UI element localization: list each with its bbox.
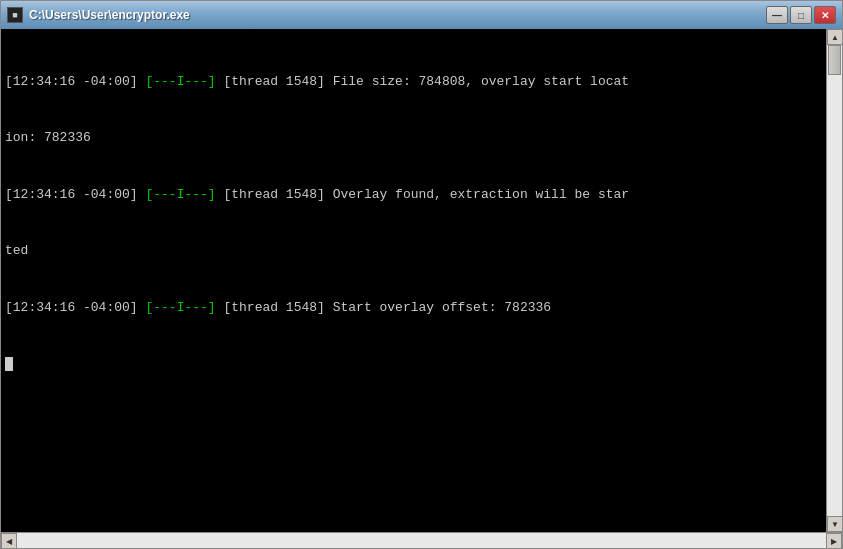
minimize-button[interactable]: — [766,6,788,24]
scroll-thumb[interactable] [828,45,841,75]
timestamp-3: [12:34:16 -04:00] [5,187,145,202]
console-output: [12:34:16 -04:00] [---I---] [thread 1548… [5,35,822,412]
horizontal-scrollbar[interactable]: ◀ ▶ [1,532,842,548]
title-bar: ■ C:\Users\User\encryptor.exe — □ ✕ [1,1,842,29]
close-button[interactable]: ✕ [814,6,836,24]
window-icon: ■ [7,7,23,23]
console-area[interactable]: [12:34:16 -04:00] [---I---] [thread 1548… [1,29,826,532]
window-body: [12:34:16 -04:00] [---I---] [thread 1548… [1,29,842,532]
bracket-3: [---I---] [145,187,215,202]
scroll-down-arrow[interactable]: ▼ [827,516,842,532]
scroll-horizontal-track[interactable] [17,533,826,548]
console-line-5: [12:34:16 -04:00] [---I---] [thread 1548… [5,299,822,318]
maximize-button[interactable]: □ [790,6,812,24]
console-line-2: ion: 782336 [5,129,822,148]
console-line-1: [12:34:16 -04:00] [---I---] [thread 1548… [5,73,822,92]
window-title: C:\Users\User\encryptor.exe [29,8,766,22]
message-cont-1: ion: 782336 [5,130,91,145]
main-window: ■ C:\Users\User\encryptor.exe — □ ✕ [12:… [0,0,843,549]
thread-5: [thread 1548] Start overlay offset: 7823… [216,300,551,315]
scroll-left-arrow[interactable]: ◀ [1,533,17,549]
thread-3: [thread 1548] Overlay found, extraction … [216,187,629,202]
console-line-4: ted [5,242,822,261]
timestamp-1: [12:34:16 -04:00] [5,74,145,89]
thread-1: [thread 1548] File size: 784808, overlay… [216,74,629,89]
scroll-up-arrow[interactable]: ▲ [827,29,842,45]
scroll-right-arrow[interactable]: ▶ [826,533,842,549]
message-cont-2: ted [5,243,28,258]
bracket-1: [---I---] [145,74,215,89]
cursor-block [5,357,13,371]
console-line-3: [12:34:16 -04:00] [---I---] [thread 1548… [5,186,822,205]
console-cursor-line [5,355,822,374]
scroll-track[interactable] [827,45,842,516]
timestamp-5: [12:34:16 -04:00] [5,300,145,315]
vertical-scrollbar[interactable]: ▲ ▼ [826,29,842,532]
title-bar-buttons: — □ ✕ [766,6,836,24]
bracket-5: [---I---] [145,300,215,315]
